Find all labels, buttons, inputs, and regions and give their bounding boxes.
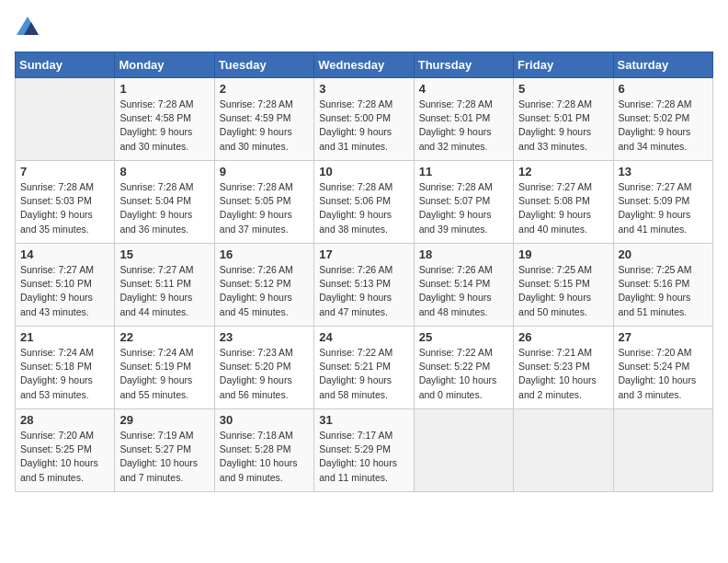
calendar-week-row: 21Sunrise: 7:24 AM Sunset: 5:18 PM Dayli…: [16, 327, 713, 409]
day-number: 14: [20, 247, 109, 261]
calendar-cell: 8Sunrise: 7:28 AM Sunset: 5:04 PM Daylig…: [115, 161, 214, 244]
day-info: Sunrise: 7:27 AM Sunset: 5:08 PM Dayligh…: [518, 180, 608, 236]
calendar-cell: 9Sunrise: 7:28 AM Sunset: 5:05 PM Daylig…: [214, 161, 313, 244]
calendar-cell: 7Sunrise: 7:28 AM Sunset: 5:03 PM Daylig…: [16, 161, 115, 244]
day-info: Sunrise: 7:17 AM Sunset: 5:29 PM Dayligh…: [319, 429, 408, 485]
day-number: 10: [319, 165, 408, 178]
weekday-header-saturday: Saturday: [613, 52, 712, 78]
day-info: Sunrise: 7:23 AM Sunset: 5:20 PM Dayligh…: [220, 346, 309, 402]
day-number: 22: [119, 330, 209, 344]
calendar-cell: 2Sunrise: 7:28 AM Sunset: 4:59 PM Daylig…: [214, 78, 313, 161]
calendar-cell: 30Sunrise: 7:18 AM Sunset: 5:28 PM Dayli…: [214, 409, 313, 492]
weekday-header-monday: Monday: [115, 52, 214, 78]
calendar-cell: [16, 78, 115, 161]
day-info: Sunrise: 7:28 AM Sunset: 5:07 PM Dayligh…: [419, 180, 508, 236]
calendar-cell: 12Sunrise: 7:27 AM Sunset: 5:08 PM Dayli…: [514, 161, 613, 244]
calendar-cell: 5Sunrise: 7:28 AM Sunset: 5:01 PM Daylig…: [514, 78, 613, 161]
day-number: 6: [619, 82, 708, 96]
day-number: 31: [319, 413, 408, 427]
day-number: 20: [619, 247, 708, 261]
calendar-cell: 28Sunrise: 7:20 AM Sunset: 5:25 PM Dayli…: [16, 409, 115, 492]
calendar-cell: 16Sunrise: 7:26 AM Sunset: 5:12 PM Dayli…: [214, 244, 313, 327]
day-number: 27: [619, 330, 708, 344]
day-info: Sunrise: 7:28 AM Sunset: 4:58 PM Dayligh…: [119, 98, 209, 154]
day-info: Sunrise: 7:24 AM Sunset: 5:18 PM Dayligh…: [20, 346, 109, 402]
calendar-cell: 25Sunrise: 7:22 AM Sunset: 5:22 PM Dayli…: [414, 327, 513, 409]
calendar-cell: 3Sunrise: 7:28 AM Sunset: 5:00 PM Daylig…: [314, 78, 414, 161]
day-info: Sunrise: 7:21 AM Sunset: 5:23 PM Dayligh…: [518, 346, 608, 402]
weekday-header-friday: Friday: [514, 52, 613, 78]
day-info: Sunrise: 7:22 AM Sunset: 5:22 PM Dayligh…: [419, 346, 508, 402]
day-info: Sunrise: 7:28 AM Sunset: 5:05 PM Dayligh…: [220, 180, 309, 236]
calendar-week-row: 7Sunrise: 7:28 AM Sunset: 5:03 PM Daylig…: [16, 161, 713, 244]
day-info: Sunrise: 7:24 AM Sunset: 5:19 PM Dayligh…: [119, 346, 209, 402]
day-number: 9: [220, 165, 309, 178]
day-info: Sunrise: 7:26 AM Sunset: 5:12 PM Dayligh…: [220, 263, 309, 319]
calendar-cell: 31Sunrise: 7:17 AM Sunset: 5:29 PM Dayli…: [314, 409, 414, 492]
weekday-header-row: SundayMondayTuesdayWednesdayThursdayFrid…: [16, 52, 713, 78]
logo-icon: [15, 15, 40, 40]
day-number: 12: [518, 165, 608, 178]
weekday-header-sunday: Sunday: [16, 52, 115, 78]
day-number: 19: [518, 247, 608, 261]
weekday-header-thursday: Thursday: [414, 52, 513, 78]
day-number: 25: [419, 330, 508, 344]
day-info: Sunrise: 7:18 AM Sunset: 5:28 PM Dayligh…: [220, 429, 309, 485]
day-info: Sunrise: 7:27 AM Sunset: 5:09 PM Dayligh…: [619, 180, 708, 236]
weekday-header-tuesday: Tuesday: [214, 52, 313, 78]
calendar-cell: 27Sunrise: 7:20 AM Sunset: 5:24 PM Dayli…: [613, 327, 712, 409]
calendar-cell: 10Sunrise: 7:28 AM Sunset: 5:06 PM Dayli…: [314, 161, 414, 244]
calendar-cell: 21Sunrise: 7:24 AM Sunset: 5:18 PM Dayli…: [16, 327, 115, 409]
calendar-cell: 6Sunrise: 7:28 AM Sunset: 5:02 PM Daylig…: [613, 78, 712, 161]
day-info: Sunrise: 7:26 AM Sunset: 5:13 PM Dayligh…: [319, 263, 408, 319]
day-number: 30: [220, 413, 309, 427]
day-info: Sunrise: 7:28 AM Sunset: 5:01 PM Dayligh…: [518, 98, 608, 154]
day-info: Sunrise: 7:28 AM Sunset: 5:03 PM Dayligh…: [20, 180, 109, 236]
day-info: Sunrise: 7:22 AM Sunset: 5:21 PM Dayligh…: [319, 346, 408, 402]
day-number: 2: [220, 82, 309, 96]
day-number: 13: [619, 165, 708, 178]
day-info: Sunrise: 7:28 AM Sunset: 5:02 PM Dayligh…: [619, 98, 708, 154]
calendar-cell: [414, 409, 513, 492]
calendar-cell: 24Sunrise: 7:22 AM Sunset: 5:21 PM Dayli…: [314, 327, 414, 409]
day-info: Sunrise: 7:28 AM Sunset: 5:00 PM Dayligh…: [319, 98, 408, 154]
day-number: 5: [518, 82, 608, 96]
day-info: Sunrise: 7:28 AM Sunset: 4:59 PM Dayligh…: [220, 98, 309, 154]
calendar-cell: 17Sunrise: 7:26 AM Sunset: 5:13 PM Dayli…: [314, 244, 414, 327]
day-number: 23: [220, 330, 309, 344]
calendar-cell: 15Sunrise: 7:27 AM Sunset: 5:11 PM Dayli…: [115, 244, 214, 327]
calendar-cell: 20Sunrise: 7:25 AM Sunset: 5:16 PM Dayli…: [613, 244, 712, 327]
calendar-cell: [613, 409, 712, 492]
day-info: Sunrise: 7:19 AM Sunset: 5:27 PM Dayligh…: [119, 429, 209, 485]
day-number: 16: [220, 247, 309, 261]
day-info: Sunrise: 7:25 AM Sunset: 5:15 PM Dayligh…: [518, 263, 608, 319]
day-info: Sunrise: 7:27 AM Sunset: 5:10 PM Dayligh…: [20, 263, 109, 319]
day-info: Sunrise: 7:28 AM Sunset: 5:01 PM Dayligh…: [419, 98, 508, 154]
day-info: Sunrise: 7:28 AM Sunset: 5:04 PM Dayligh…: [119, 180, 209, 236]
weekday-header-wednesday: Wednesday: [314, 52, 414, 78]
day-info: Sunrise: 7:20 AM Sunset: 5:24 PM Dayligh…: [619, 346, 708, 402]
day-info: Sunrise: 7:20 AM Sunset: 5:25 PM Dayligh…: [20, 429, 109, 485]
calendar-cell: 14Sunrise: 7:27 AM Sunset: 5:10 PM Dayli…: [16, 244, 115, 327]
day-number: 3: [319, 82, 408, 96]
calendar-cell: 11Sunrise: 7:28 AM Sunset: 5:07 PM Dayli…: [414, 161, 513, 244]
day-number: 1: [119, 82, 209, 96]
calendar-week-row: 1Sunrise: 7:28 AM Sunset: 4:58 PM Daylig…: [16, 78, 713, 161]
logo: [15, 15, 44, 40]
calendar-cell: 13Sunrise: 7:27 AM Sunset: 5:09 PM Dayli…: [613, 161, 712, 244]
calendar-cell: 22Sunrise: 7:24 AM Sunset: 5:19 PM Dayli…: [115, 327, 214, 409]
day-number: 17: [319, 247, 408, 261]
calendar-cell: 29Sunrise: 7:19 AM Sunset: 5:27 PM Dayli…: [115, 409, 214, 492]
calendar-cell: 4Sunrise: 7:28 AM Sunset: 5:01 PM Daylig…: [414, 78, 513, 161]
calendar-table: SundayMondayTuesdayWednesdayThursdayFrid…: [15, 52, 713, 492]
calendar-cell: 19Sunrise: 7:25 AM Sunset: 5:15 PM Dayli…: [514, 244, 613, 327]
day-number: 21: [20, 330, 109, 344]
calendar-cell: 1Sunrise: 7:28 AM Sunset: 4:58 PM Daylig…: [115, 78, 214, 161]
day-number: 29: [119, 413, 209, 427]
day-number: 7: [20, 165, 109, 178]
day-number: 15: [119, 247, 209, 261]
day-number: 8: [119, 165, 209, 178]
page-header: [15, 15, 713, 40]
calendar-cell: 26Sunrise: 7:21 AM Sunset: 5:23 PM Dayli…: [514, 327, 613, 409]
day-info: Sunrise: 7:25 AM Sunset: 5:16 PM Dayligh…: [619, 263, 708, 319]
